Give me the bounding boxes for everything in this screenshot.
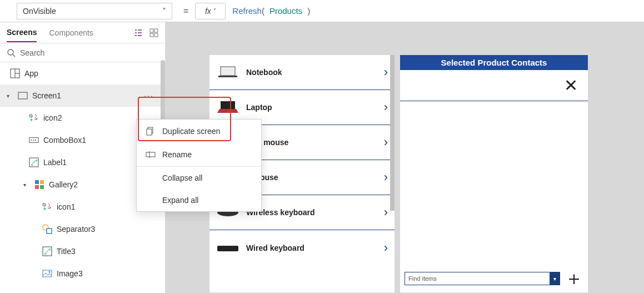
gallery-icon	[34, 180, 44, 190]
svg-rect-30	[43, 270, 52, 277]
formula-input[interactable]: Refresh( Products )	[232, 6, 310, 16]
tree-tabbar: Screens Components	[0, 22, 165, 43]
tree-app[interactable]: App	[0, 62, 165, 85]
svg-rect-32	[221, 67, 235, 76]
svg-rect-33	[218, 76, 237, 77]
property-dropdown[interactable]: OnVisible ˅	[17, 3, 172, 19]
menu-duplicate-screen[interactable]: Duplicate screen	[137, 120, 261, 143]
gallery-row[interactable]: Notebook ›	[209, 55, 395, 90]
tab-screens[interactable]: Screens	[7, 23, 37, 42]
svg-rect-2	[150, 33, 153, 37]
fx-button[interactable]: fx ˅	[195, 3, 226, 19]
tree-screen1[interactable]: ▾ Screen1 ···	[0, 85, 165, 107]
svg-rect-0	[150, 29, 153, 32]
app-icon	[10, 68, 20, 78]
contacts-header: Selected Product Contacts	[400, 55, 588, 70]
menu-rename[interactable]: Rename	[137, 143, 261, 167]
svg-rect-39	[146, 152, 155, 157]
plus-icon[interactable]: ＋	[565, 266, 583, 291]
close-icon[interactable]: ✕	[564, 76, 578, 95]
svg-rect-22	[40, 185, 44, 189]
svg-rect-21	[35, 185, 39, 189]
icon-group-icon	[29, 113, 39, 123]
contacts-body	[400, 101, 588, 265]
chevron-right-icon[interactable]: ›	[384, 100, 388, 115]
svg-line-5	[13, 54, 15, 57]
svg-rect-3	[154, 33, 158, 37]
svg-rect-19	[35, 180, 39, 184]
svg-rect-36	[217, 246, 238, 251]
label-icon	[29, 157, 39, 167]
svg-rect-20	[40, 180, 44, 184]
formula-arg: Products	[269, 6, 302, 16]
chevron-right-icon[interactable]: ›	[384, 170, 388, 185]
tab-components[interactable]: Components	[49, 24, 93, 42]
label-icon	[42, 246, 52, 256]
search-placeholder: Search	[20, 48, 44, 57]
svg-line-24	[43, 204, 46, 206]
svg-point-31	[49, 271, 51, 273]
contacts-toolbar: ✕	[400, 70, 588, 101]
contacts-footer: Find items ▾ ＋	[400, 265, 588, 292]
find-items-combobox[interactable]: Find items ▾	[405, 272, 560, 285]
icon-group-icon	[42, 202, 52, 212]
formula-fn: Refresh	[232, 6, 262, 16]
chevron-right-icon[interactable]: ›	[384, 135, 388, 150]
caret-down-icon[interactable]: ▾	[7, 93, 13, 99]
duplicate-icon	[146, 126, 156, 136]
grid-icon[interactable]	[149, 28, 158, 37]
chevron-right-icon[interactable]: ›	[384, 65, 388, 80]
svg-point-4	[8, 49, 13, 55]
equals-sign: =	[179, 6, 193, 16]
scrollbar[interactable]	[390, 55, 395, 211]
search-icon	[7, 48, 16, 57]
chevron-right-icon[interactable]: ›	[384, 205, 388, 220]
svg-line-11	[30, 115, 32, 117]
scrollbar[interactable]	[161, 60, 165, 127]
image-icon	[42, 269, 52, 279]
svg-point-16	[33, 140, 34, 141]
svg-rect-34	[221, 101, 235, 109]
chevron-down-icon[interactable]: ▾	[550, 272, 560, 285]
tree-separator3[interactable]: Separator3	[0, 218, 165, 240]
svg-rect-28	[47, 229, 52, 234]
svg-point-17	[35, 140, 36, 141]
product-image-laptop	[216, 99, 239, 116]
list-icon[interactable]	[134, 28, 143, 37]
caret-down-icon[interactable]: ▾	[23, 182, 30, 188]
screen-icon	[18, 91, 28, 101]
search-row[interactable]: Search	[0, 43, 165, 62]
tree-title3[interactable]: Title3	[0, 240, 165, 262]
contacts-panel: Selected Product Contacts ✕ Find items ▾…	[400, 54, 588, 293]
more-actions-button[interactable]: ···	[139, 91, 158, 100]
rename-icon	[146, 150, 156, 160]
context-menu: Duplicate screen Rename Collapse all Exp…	[136, 119, 262, 212]
separator-icon	[42, 224, 52, 234]
product-image-keyboard	[216, 240, 239, 256]
menu-collapse-all[interactable]: Collapse all	[137, 167, 261, 189]
svg-rect-1	[154, 29, 158, 32]
svg-point-15	[31, 140, 32, 141]
product-image-notebook	[216, 64, 239, 81]
menu-expand-all[interactable]: Expand all	[137, 189, 261, 211]
gallery-row[interactable]: Wired keyboard ›	[209, 230, 395, 265]
formula-bar: OnVisible ˅ = fx ˅ Refresh( Products )	[0, 0, 644, 22]
property-label: OnVisible	[23, 7, 56, 16]
fx-label: fx	[205, 7, 211, 16]
chevron-right-icon[interactable]: ›	[384, 241, 388, 255]
svg-rect-38	[147, 129, 152, 135]
find-items-placeholder: Find items	[408, 275, 437, 282]
chevron-down-icon: ˅	[213, 8, 216, 14]
tree-image3[interactable]: Image3	[0, 262, 165, 285]
chevron-down-icon: ˅	[162, 7, 166, 16]
combobox-icon	[29, 135, 39, 145]
svg-rect-9	[18, 92, 27, 99]
